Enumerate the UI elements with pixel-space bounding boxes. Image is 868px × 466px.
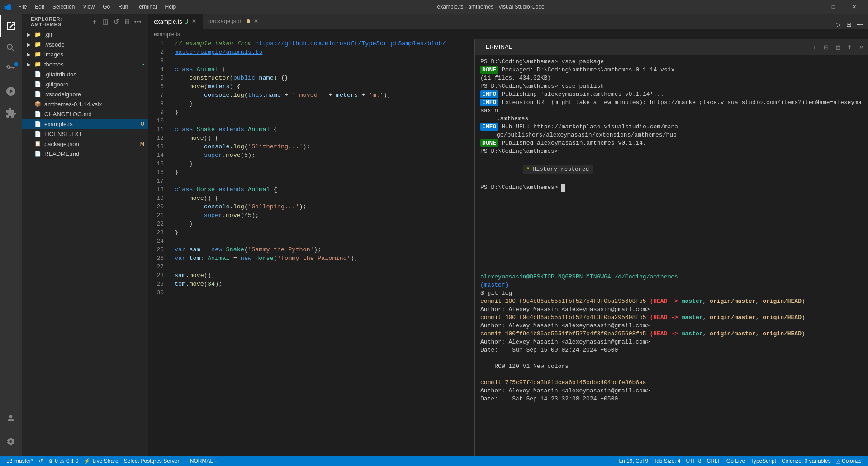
menu-go[interactable]: Go bbox=[99, 3, 114, 11]
sidebar-header-icons: + ◫ ↺ ⊟ ••• bbox=[90, 17, 142, 26]
collapse-all-icon[interactable]: ⊟ bbox=[123, 17, 132, 26]
sidebar-item-gitignore[interactable]: ▶ 📄 .gitignore bbox=[22, 79, 148, 89]
terminal-line bbox=[480, 257, 863, 265]
sync-status[interactable]: ↺ bbox=[36, 456, 46, 466]
terminal-new-icon[interactable]: + bbox=[809, 42, 819, 52]
line-ending-status[interactable]: CRLF bbox=[704, 456, 724, 466]
sidebar-item-vsix[interactable]: ▶ 📦 amthemes-0.1.14.vsix bbox=[22, 99, 148, 109]
title-bar: File Edit Selection View Go Run Terminal… bbox=[0, 0, 868, 14]
tab-close-icon[interactable]: ✕ bbox=[192, 18, 196, 24]
code-line bbox=[175, 288, 474, 297]
line-num: 26 bbox=[148, 254, 167, 263]
new-file-icon[interactable]: + bbox=[90, 17, 99, 26]
line-num: 4 bbox=[148, 65, 167, 74]
line-num: 14 bbox=[148, 151, 167, 160]
terminal-line: commit 100ff9c4b86ad5551fbf527c4f3f0ba29… bbox=[480, 330, 863, 338]
colorize-status[interactable]: Colorize: 0 variables bbox=[779, 456, 834, 466]
run-debug-activity-icon[interactable] bbox=[0, 80, 22, 102]
split-editor-icon[interactable]: ⊞ bbox=[844, 20, 854, 29]
sidebar-item-license[interactable]: ▶ 📄 LICENSE.TXT bbox=[22, 129, 148, 139]
errors-status[interactable]: ⊗ 0 ⚠ 0 ℹ 0 bbox=[46, 456, 81, 466]
panel-close-icon[interactable]: ✕ bbox=[856, 42, 866, 52]
encoding-status[interactable]: UTF-8 bbox=[683, 456, 704, 466]
sidebar-item-vscodeignore[interactable]: ▶ 📄 .vscodeignore bbox=[22, 89, 148, 99]
terminal-line: Author: Alexey Masasin <alexeymasasin@gm… bbox=[480, 387, 863, 395]
settings-activity-icon[interactable] bbox=[0, 431, 22, 452]
sidebar-item-example[interactable]: ▶ 📄 example.ts U bbox=[22, 119, 148, 129]
sidebar-item-git[interactable]: ▶ 📁 .git bbox=[22, 29, 148, 39]
tab-package-json[interactable]: package.json ✕ bbox=[203, 14, 262, 29]
tab-example-ts[interactable]: example.ts U ✕ bbox=[148, 14, 203, 29]
terminal-maximize-icon[interactable]: ⬆ bbox=[844, 42, 854, 52]
tab-close-icon[interactable]: ✕ bbox=[254, 18, 258, 24]
sidebar-item-changelog[interactable]: ▶ 📄 CHANGELOG.md bbox=[22, 109, 148, 119]
folder-icon: 📁 bbox=[34, 51, 43, 57]
sidebar-item-themes[interactable]: ▶ 📁 themes • bbox=[22, 59, 148, 69]
menu-selection[interactable]: Selection bbox=[49, 3, 78, 11]
close-button[interactable]: ✕ bbox=[844, 0, 864, 14]
terminal-line: alexeymasasin@DESKTOP-NQ6RSBN MINGW64 /d… bbox=[480, 273, 863, 281]
panel-tab-terminal[interactable]: TERMINAL bbox=[477, 39, 518, 55]
terminal-line bbox=[480, 208, 863, 216]
sidebar-item-gitattributes[interactable]: ▶ 📄 .gitattributes bbox=[22, 69, 148, 79]
vimode-text: -- NORMAL -- bbox=[185, 458, 218, 464]
minimize-button[interactable]: − bbox=[802, 0, 823, 14]
sidebar-item-label: amthemes-0.1.14.vsix bbox=[44, 101, 148, 108]
maximize-button[interactable]: □ bbox=[823, 0, 844, 14]
menu-run[interactable]: Run bbox=[114, 3, 132, 11]
more-actions-icon[interactable]: ••• bbox=[133, 17, 142, 26]
terminal-line-history: * History restored bbox=[480, 156, 863, 183]
search-activity-icon[interactable] bbox=[0, 37, 22, 59]
activity-bar-bottom bbox=[0, 407, 22, 456]
sidebar-item-readme[interactable]: ▶ 📄 README.md bbox=[22, 149, 148, 159]
sidebar-item-package[interactable]: ▶ 📋 package.json M bbox=[22, 139, 148, 149]
vscode-logo bbox=[4, 3, 11, 10]
more-editor-icon[interactable]: ••• bbox=[855, 20, 864, 29]
terminal-line: PS D:\Coding\amthemes> bbox=[480, 184, 863, 192]
source-control-activity-icon[interactable] bbox=[0, 59, 22, 80]
colorize-btn-status[interactable]: △ Colorize bbox=[834, 456, 864, 466]
folder-icon: 📁 bbox=[34, 61, 43, 67]
line-num: 11 bbox=[148, 125, 167, 134]
sidebar-item-label: .vscodeignore bbox=[44, 91, 148, 98]
menu-view[interactable]: View bbox=[79, 3, 98, 11]
db-status[interactable]: Select Postgres Server bbox=[121, 456, 182, 466]
go-live-status[interactable]: Go Live bbox=[724, 456, 748, 466]
vimode-status[interactable]: -- NORMAL -- bbox=[182, 456, 221, 466]
new-folder-icon[interactable]: ◫ bbox=[101, 17, 110, 26]
code-line: } bbox=[175, 160, 474, 168]
source-control-badge bbox=[14, 62, 18, 66]
sidebar-item-vscode[interactable]: ▶ 📁 .vscode bbox=[22, 39, 148, 49]
code-content[interactable]: // example taken from https://github.com… bbox=[171, 39, 474, 456]
language-mode-status[interactable]: TypeScript bbox=[748, 456, 779, 466]
sidebar-item-label: .gitattributes bbox=[44, 71, 148, 78]
menu-terminal[interactable]: Terminal bbox=[133, 3, 160, 11]
sidebar-header: EXPLORER: AMTHEMES + ◫ ↺ ⊟ ••• bbox=[22, 14, 148, 29]
line-num: 10 bbox=[148, 117, 167, 125]
menu-help[interactable]: Help bbox=[161, 3, 180, 11]
code-editor[interactable]: 1 2 3 4 5 6 7 8 9 10 11 12 13 14 bbox=[148, 39, 474, 456]
terminal-kill-icon[interactable]: 🗑 bbox=[833, 42, 843, 52]
terminal-content[interactable]: PS D:\Coding\amthemes> vsce package DONE… bbox=[475, 55, 868, 456]
terminal-split-icon[interactable]: ⊞ bbox=[821, 42, 831, 52]
menu-file[interactable]: File bbox=[14, 3, 30, 11]
tab-size-status[interactable]: Tab Size: 4 bbox=[651, 456, 683, 466]
code-line: console.log(this.name + ' moved ' + mete… bbox=[175, 91, 474, 99]
activity-bar bbox=[0, 14, 22, 456]
arrow-icon: ▶ bbox=[27, 52, 34, 57]
explorer-activity-icon[interactable] bbox=[0, 15, 22, 37]
extensions-activity-icon[interactable] bbox=[0, 102, 22, 124]
accounts-activity-icon[interactable] bbox=[0, 407, 22, 429]
git-branch-status[interactable]: ⎇ master* bbox=[4, 456, 36, 466]
info-icon: ℹ bbox=[71, 458, 74, 464]
terminal-line: RCW 120 V1 New colors bbox=[480, 362, 863, 371]
cursor-position-status[interactable]: Ln 19, Col 9 bbox=[616, 456, 651, 466]
sidebar-item-images[interactable]: ▶ 📁 images bbox=[22, 49, 148, 59]
tab-modified-dot bbox=[247, 19, 250, 23]
line-num: 3 bbox=[148, 56, 167, 65]
run-code-icon[interactable]: ▷ bbox=[834, 20, 843, 29]
menu-edit[interactable]: Edit bbox=[31, 3, 48, 11]
code-line: super.move(5); bbox=[175, 151, 474, 160]
refresh-icon[interactable]: ↺ bbox=[112, 17, 121, 26]
liveshare-status[interactable]: ⚡ Live Share bbox=[81, 456, 121, 466]
